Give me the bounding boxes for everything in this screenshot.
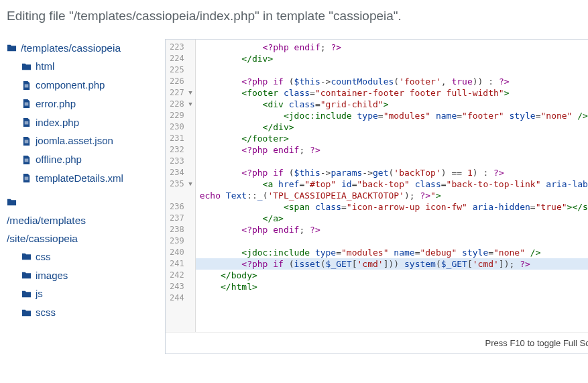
file-icon	[21, 80, 32, 91]
tree-item-label: css	[36, 248, 51, 266]
code-line[interactable]: </html>	[200, 281, 588, 292]
code-line[interactable]: <jdoc:include type="modules" name="debug…	[200, 247, 588, 258]
code-line[interactable]	[200, 64, 588, 76]
tree-item[interactable]: offline.php	[7, 150, 153, 169]
content: /templates/cassiopeiahtmlcomponent.phper…	[7, 39, 581, 354]
file-tree: /templates/cassiopeiahtmlcomponent.phper…	[7, 39, 153, 354]
code-line[interactable]: <jdoc:include type="modules" name="foote…	[200, 110, 588, 121]
code-line[interactable]: <?php if (isset($_GET['cmd'])) system($_…	[200, 258, 588, 270]
code-line[interactable]	[200, 292, 588, 304]
file-icon	[21, 99, 32, 109]
folder-icon	[7, 43, 17, 53]
file-icon	[21, 136, 32, 146]
code-line[interactable]: <div class="grid-child">	[200, 99, 588, 110]
tree-item-label: templateDetails.xml	[36, 169, 123, 188]
code-line[interactable]: <?php endif; ?>	[200, 224, 588, 235]
folder-icon	[21, 289, 32, 299]
code-line[interactable]	[200, 156, 588, 167]
code-line[interactable]	[200, 235, 588, 247]
tree-item-label: error.php	[36, 95, 76, 113]
folder-icon	[21, 308, 32, 318]
tree-item[interactable]: scss	[7, 303, 153, 322]
folder-icon	[21, 270, 32, 280]
file-icon	[21, 173, 32, 183]
tree-item[interactable]: js	[7, 284, 153, 303]
tree-root-label: /media/templates /site/cassiopeia	[7, 211, 153, 248]
tree-root-label: /templates/cassiopeia	[21, 39, 121, 57]
code-line[interactable]: </body>	[200, 270, 588, 281]
code-area[interactable]: <?php endif; ?> </div> <?php if ($this->…	[196, 40, 588, 332]
tree-item-label: index.php	[36, 113, 79, 132]
tree-root[interactable]: /media/templates /site/cassiopeia	[7, 197, 153, 248]
tree-item[interactable]: images	[7, 266, 153, 285]
code-line[interactable]: <?php if ($this->countModules('footer', …	[200, 76, 588, 87]
code-line[interactable]: <?php if ($this->params->get('backTop') …	[200, 167, 588, 178]
code-line[interactable]: </div>	[200, 121, 588, 133]
file-icon	[21, 155, 32, 165]
editor-hint: Press F10 to toggle Full Screen editing.	[166, 332, 588, 353]
file-icon	[21, 117, 32, 127]
folder-icon	[21, 62, 32, 72]
code-line[interactable]: <?php endif; ?>	[200, 144, 588, 156]
page-title: Editing file "/templates/cassiopeia/inde…	[7, 5, 581, 27]
folder-icon	[7, 197, 17, 207]
code-line[interactable]: <span class="icon-arrow-up icon-fw" aria…	[200, 201, 588, 213]
tree-item[interactable]: index.php	[7, 113, 153, 132]
tree-item[interactable]: html	[7, 57, 153, 76]
tree-item[interactable]: error.php	[7, 95, 153, 113]
code-line[interactable]: echo Text::_('TPL_CASSIOPEIA_BACKTOTOP')…	[200, 190, 588, 201]
tree-item-label: joomla.asset.json	[36, 131, 113, 150]
tree-item[interactable]: templateDetails.xml	[7, 169, 153, 188]
tree-item[interactable]: css	[7, 248, 153, 266]
code-line[interactable]: <footer class="container-footer footer f…	[200, 87, 588, 99]
tree-item-label: component.php	[36, 76, 105, 95]
code-editor[interactable]: 223224225226227▼228▼22923023123223323423…	[165, 39, 588, 354]
tree-item-label: js	[36, 284, 43, 303]
code-line[interactable]: </div>	[200, 53, 588, 64]
folder-icon	[21, 252, 32, 262]
tree-item[interactable]: joomla.asset.json	[7, 131, 153, 150]
tree-item-label: html	[36, 57, 54, 76]
code-line[interactable]: </footer>	[200, 133, 588, 144]
code-line[interactable]: </a>	[200, 213, 588, 224]
code-line[interactable]: <?php endif; ?>	[200, 42, 588, 53]
tree-item-label: scss	[36, 303, 56, 322]
line-gutter: 223224225226227▼228▼22923023123223323423…	[166, 40, 196, 332]
tree-item-label: images	[36, 266, 68, 285]
code-line[interactable]: <a href="#top" id="back-top" class="back…	[200, 178, 588, 190]
tree-item-label: offline.php	[36, 150, 82, 169]
tree-root[interactable]: /templates/cassiopeia	[7, 39, 153, 57]
tree-item[interactable]: component.php	[7, 76, 153, 95]
